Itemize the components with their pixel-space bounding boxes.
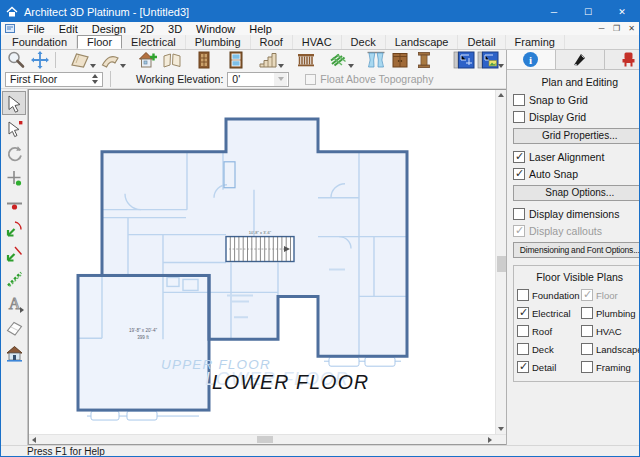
curved-wall-dropdown-icon[interactable] <box>120 64 126 68</box>
floor-plan[interactable]: 10'-8" x 3'-6" 19'-8" x 20'-4" 399 ft UP… <box>29 90 495 434</box>
visible-landscape-checkbox[interactable]: Landscape <box>581 343 640 355</box>
minimize-button[interactable]: ─ <box>537 1 571 22</box>
info-tab[interactable]: i <box>507 50 556 69</box>
display-grid-checkbox[interactable]: Display Grid <box>513 111 640 123</box>
split-tool[interactable] <box>2 191 26 215</box>
tab-hvac[interactable]: HVAC <box>293 35 342 49</box>
tab-deck[interactable]: Deck <box>342 35 386 49</box>
visible-detail-checkbox[interactable]: Detail <box>517 361 581 373</box>
door-tool-button[interactable] <box>192 51 215 70</box>
laser-alignment-checkbox[interactable]: Laser Alignment <box>513 151 640 163</box>
chamfer-tool[interactable] <box>2 241 26 265</box>
menu-3d[interactable]: 3D <box>161 23 189 35</box>
plan-render-button[interactable] <box>476 51 499 70</box>
visible-hvac-checkbox[interactable]: HVAC <box>581 325 640 337</box>
furniture-tab[interactable] <box>605 50 640 69</box>
text-tool[interactable]: A <box>2 291 26 315</box>
tab-floor[interactable]: Floor <box>77 35 122 49</box>
display-dimensions-checkbox[interactable]: Display dimensions <box>513 208 640 220</box>
window-tool-button[interactable] <box>224 51 247 70</box>
close-button[interactable]: ✕ <box>605 1 639 22</box>
tab-landscape[interactable]: Landscape <box>386 35 459 49</box>
tab-plumbing[interactable]: Plumbing <box>186 35 251 49</box>
floor-selector[interactable]: First Floor <box>5 72 103 87</box>
visible-plumbing-checkbox[interactable]: Plumbing <box>581 307 640 319</box>
select-tool[interactable] <box>2 91 26 115</box>
menu-file[interactable]: File <box>20 23 52 35</box>
column-tool-button[interactable] <box>412 51 435 70</box>
wall-tool-button[interactable] <box>68 51 91 70</box>
snap-to-grid-label: Snap to Grid <box>529 94 588 106</box>
rotate-tool[interactable] <box>2 141 26 165</box>
roof-plane-tool[interactable] <box>2 316 26 340</box>
horizontal-scroll-thumb[interactable] <box>257 436 273 443</box>
zoom-icon <box>6 50 26 70</box>
elevation-tool[interactable] <box>2 341 26 365</box>
select-object-tool[interactable] <box>2 116 26 140</box>
curved-wall-tool-button[interactable] <box>98 51 121 70</box>
plan-render-dropdown-icon[interactable] <box>498 64 504 68</box>
move-point-tool[interactable] <box>2 166 26 190</box>
curved-wall-icon <box>100 50 120 70</box>
staircase[interactable] <box>226 237 294 262</box>
info-icon: i <box>522 51 539 68</box>
snap-to-grid-checkbox[interactable]: Snap to Grid <box>513 94 640 106</box>
stairs-dropdown-icon[interactable] <box>278 64 284 68</box>
snap-options-button[interactable]: Snap Options... <box>513 185 640 201</box>
lower-floor-garage-room[interactable] <box>78 275 209 410</box>
tab-roof[interactable]: Roof <box>251 35 293 49</box>
railing-tool-button[interactable] <box>294 51 317 70</box>
scroll-right-arrow[interactable] <box>485 435 495 444</box>
scroll-down-arrow[interactable] <box>496 424 506 434</box>
tab-foundation[interactable]: Foundation <box>3 35 77 49</box>
vertical-scroll-thumb[interactable] <box>497 256 506 272</box>
document-icon[interactable] <box>5 24 15 33</box>
annotation-tab[interactable] <box>556 50 605 69</box>
spline-tool[interactable] <box>2 266 26 290</box>
plan-view-button[interactable] <box>452 51 475 70</box>
menu-window[interactable]: Window <box>189 23 242 35</box>
cabinet-tool-button[interactable] <box>388 51 411 70</box>
pan-tool-button[interactable] <box>28 51 51 70</box>
dimensioning-font-options-button[interactable]: Dimensioning and Font Options... <box>513 242 640 258</box>
tab-electrical[interactable]: Electrical <box>122 35 186 49</box>
menu-2d[interactable]: 2D <box>133 23 161 35</box>
tab-framing[interactable]: Framing <box>506 35 565 49</box>
grid-properties-button[interactable]: Grid Properties... <box>513 128 640 144</box>
visible-foundation-checkbox[interactable]: Foundation <box>517 289 581 301</box>
visible-roof-checkbox[interactable]: Roof <box>517 325 581 337</box>
float-above-topography-label: Float Above Topography <box>320 73 433 85</box>
tab-detail[interactable]: Detail <box>458 35 505 49</box>
vertical-scrollbar[interactable] <box>495 90 506 434</box>
select-arrow-icon <box>5 94 24 113</box>
add-floor-tool-button[interactable] <box>136 51 159 70</box>
deck-dropdown-icon[interactable] <box>348 64 354 68</box>
floor-spinner[interactable] <box>92 74 98 84</box>
scroll-up-arrow[interactable] <box>496 90 506 100</box>
scroll-left-arrow[interactable] <box>29 435 39 444</box>
break-wall-tool-button[interactable] <box>160 51 183 70</box>
zoom-tool-button[interactable] <box>4 51 27 70</box>
fillet-tool[interactable] <box>2 216 26 240</box>
drapes-tool-button[interactable] <box>364 51 387 70</box>
menu-edit[interactable]: Edit <box>52 23 85 35</box>
working-elevation-combo[interactable]: 0' <box>227 72 289 87</box>
stairs-tool-button[interactable] <box>256 51 279 70</box>
checkbox-box <box>513 168 525 180</box>
edit-tool-palette: A <box>1 89 28 445</box>
wall-dropdown-icon[interactable] <box>90 64 96 68</box>
maximize-button[interactable]: ☐ <box>571 1 605 22</box>
mdi-close-button[interactable]: ✕ <box>624 24 639 33</box>
horizontal-scrollbar[interactable] <box>29 435 495 444</box>
mdi-restore-button[interactable]: ❐ <box>609 24 624 33</box>
select-arrow-plus-icon <box>5 119 24 138</box>
menu-help[interactable]: Help <box>242 23 279 35</box>
auto-snap-checkbox[interactable]: Auto Snap <box>513 168 640 180</box>
menu-design[interactable]: Design <box>85 23 133 35</box>
deck-tool-button[interactable] <box>326 51 349 70</box>
mdi-minimize-button[interactable]: ─ <box>594 24 609 33</box>
visible-electrical-checkbox[interactable]: Electrical <box>517 307 581 319</box>
visible-deck-checkbox[interactable]: Deck <box>517 343 581 355</box>
drawing-canvas[interactable]: 10'-8" x 3'-6" 19'-8" x 20'-4" 399 ft UP… <box>28 89 506 445</box>
visible-framing-checkbox[interactable]: Framing <box>581 361 640 373</box>
